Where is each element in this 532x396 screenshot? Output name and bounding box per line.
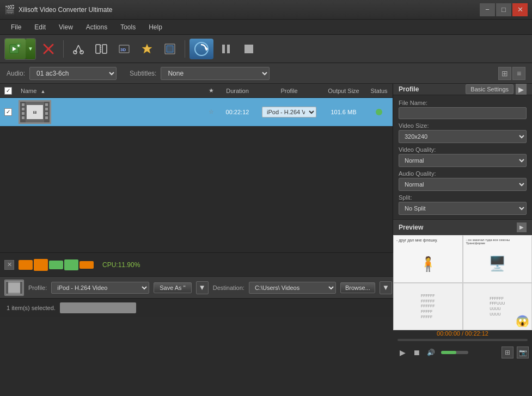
saveas-button[interactable]: Save As ": [154, 282, 191, 293]
effect-3d-button[interactable]: 3D: [114, 39, 134, 59]
seek-bar[interactable]: [398, 339, 528, 341]
add-video-dropdown[interactable]: ▼: [26, 39, 35, 59]
list-view-button[interactable]: ≡: [512, 67, 525, 80]
browse-button[interactable]: Browse...: [340, 282, 375, 293]
file-profile-cell: iPod - H.264 Vi: [256, 107, 322, 117]
menu-view[interactable]: View: [52, 21, 80, 33]
audio-select[interactable]: 01 ac3-6ch: [29, 67, 117, 80]
fav-col-header: ★: [204, 87, 218, 94]
menu-tools[interactable]: Tools: [114, 21, 142, 33]
minimize-button[interactable]: −: [480, 3, 495, 16]
basic-settings-button[interactable]: Basic Settings: [466, 84, 513, 94]
file-favorite[interactable]: ☆: [204, 108, 218, 115]
row-checkbox-cell: ✓: [0, 108, 16, 116]
svg-rect-43: [6, 282, 8, 294]
comic-panel-1: - друг дал мне флешку. 🧍: [393, 235, 463, 283]
player-controls: ▶ ⏹ 🔊 ⊞ 📷: [393, 346, 532, 362]
file-name-input[interactable]: [399, 107, 527, 119]
svg-rect-32: [45, 103, 48, 106]
time-current: 00:00:00: [437, 330, 460, 337]
profile-bottom-label: Profile:: [28, 284, 47, 291]
menu-edit[interactable]: Edit: [28, 21, 52, 33]
close-button[interactable]: ✕: [512, 3, 528, 16]
duration-col-header[interactable]: Duration: [218, 88, 256, 94]
stop-button[interactable]: [239, 39, 259, 59]
view-buttons: ⊞ ≡: [498, 67, 525, 80]
audio-quality-field-group: Audio Quality: Normal Low High: [399, 170, 527, 191]
volume-icon[interactable]: 🔊: [425, 346, 437, 358]
size-col-header[interactable]: Output Size: [322, 88, 365, 94]
menu-help[interactable]: Help: [142, 21, 169, 33]
pause-button[interactable]: [216, 39, 236, 59]
add-video-button[interactable]: [5, 39, 26, 59]
profile-bottom-select[interactable]: iPod - H.264 Video: [51, 282, 149, 294]
split-button[interactable]: [91, 39, 112, 59]
toolbar: ▼ 3D: [0, 35, 532, 63]
svg-rect-22: [227, 45, 230, 53]
preview-expand-button[interactable]: ▶: [517, 222, 527, 232]
camera-button[interactable]: 📷: [517, 346, 529, 358]
effects-button[interactable]: [137, 39, 157, 59]
profile-col-header[interactable]: Profile: [256, 88, 322, 94]
comic-panel-3: FFFFFFFFFFFFFFFFFFFFFFFFFFFF: [393, 283, 463, 331]
svg-rect-35: [45, 116, 48, 119]
audio-quality-select[interactable]: Normal Low High: [399, 178, 527, 191]
waveform-canvas: [19, 257, 94, 273]
status-indicator: [376, 109, 382, 115]
play-button[interactable]: ▶: [396, 346, 408, 358]
cut-button[interactable]: [68, 39, 89, 59]
table-row[interactable]: ✓ 🎞: [0, 98, 393, 126]
crop-button[interactable]: [160, 39, 180, 59]
toolbar-separator-1: [63, 40, 64, 58]
video-size-select[interactable]: 320x240 640x480 1280x720: [399, 130, 527, 143]
svg-rect-44: [20, 282, 22, 294]
menu-file[interactable]: File: [4, 21, 28, 33]
svg-rect-11: [96, 45, 100, 53]
video-quality-select[interactable]: Normal Low High: [399, 154, 527, 167]
svg-rect-31: [22, 116, 25, 119]
check-col-header: ✓: [0, 87, 16, 95]
wave-seg-2: [34, 259, 48, 271]
wave-seg-5: [80, 261, 94, 269]
file-list-pane: ✓ Name ▲ ★ Duration Profile Output Size …: [0, 84, 393, 252]
app-title: Xilisoft Video Converter Ultimate: [19, 6, 480, 14]
file-name-label: File Name:: [399, 100, 527, 106]
convert-button[interactable]: [189, 39, 213, 59]
file-duration: 00:22:12: [218, 109, 256, 115]
window-controls: − □ ✕: [480, 3, 528, 16]
maximize-button[interactable]: □: [496, 3, 511, 16]
row-checkbox[interactable]: ✓: [4, 108, 12, 116]
waveform-close-button[interactable]: ✕: [4, 260, 14, 270]
menubar: File Edit View Actions Tools Help: [0, 20, 532, 35]
menu-actions[interactable]: Actions: [80, 21, 114, 33]
time-total: 00:22:12: [465, 330, 488, 337]
svg-text:3D: 3D: [120, 47, 126, 52]
destination-select[interactable]: C:\Users\ Videos: [249, 282, 336, 294]
name-col-header[interactable]: Name ▲: [16, 88, 204, 94]
profile-expand-button[interactable]: ▶: [516, 84, 527, 95]
stop-player-button[interactable]: ⏹: [411, 346, 423, 358]
browse-dropdown-button[interactable]: ▼: [380, 281, 392, 294]
file-list-header: ✓ Name ▲ ★ Duration Profile Output Size …: [0, 84, 393, 98]
volume-slider[interactable]: [441, 351, 468, 354]
status-col-header[interactable]: Status: [365, 88, 393, 94]
media-bar: Audio: 01 ac3-6ch Subtitles: None ⊞ ≡: [0, 63, 532, 84]
saveas-dropdown-button[interactable]: ▼: [196, 281, 209, 294]
profile-header: Profile Basic Settings ▶: [393, 84, 532, 95]
file-profile-dropdown[interactable]: iPod - H.264 Vi: [262, 107, 316, 117]
preview-header: Preview ▶: [393, 220, 532, 235]
subtitles-select[interactable]: None: [161, 67, 270, 80]
grid-view-button[interactable]: ⊞: [498, 67, 511, 80]
snapshot-button[interactable]: ⊞: [502, 346, 513, 358]
delete-button[interactable]: [38, 39, 59, 59]
subtitles-label: Subtitles:: [130, 70, 156, 77]
comic-panel-4: FFFFFFFFFUUUUUUUUUUU 😱: [463, 283, 533, 331]
split-select[interactable]: No Split By File Size By Duration: [399, 202, 527, 215]
file-output-size: 101.6 MB: [322, 109, 365, 115]
seek-bar-container: [393, 339, 532, 346]
preview-image: - друг дал мне флешку. 🧍 - он закачал ту…: [393, 235, 532, 330]
status-text: 1 item(s) selected.: [7, 305, 56, 311]
svg-rect-30: [22, 112, 25, 115]
select-all-checkbox[interactable]: ✓: [4, 87, 12, 95]
svg-rect-23: [244, 45, 253, 53]
